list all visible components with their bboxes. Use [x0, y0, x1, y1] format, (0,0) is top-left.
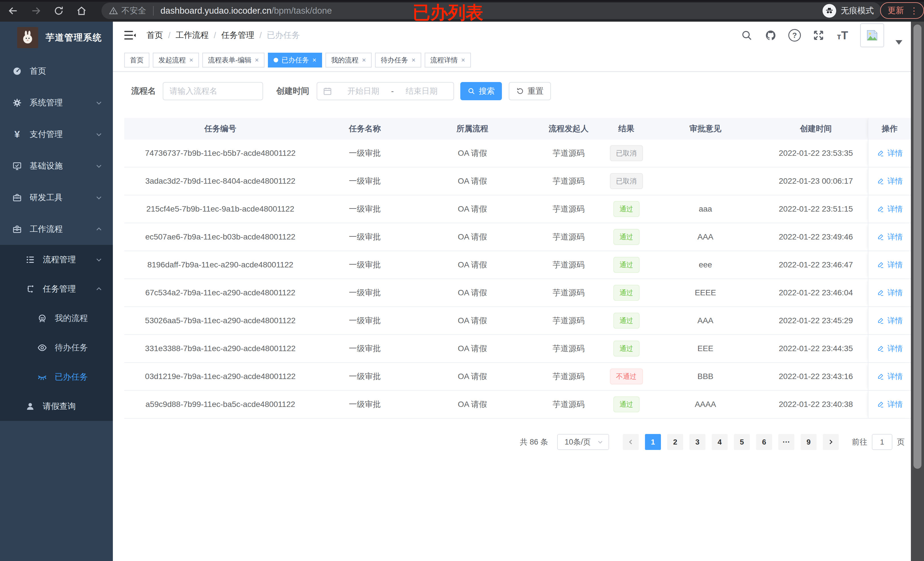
goto-page-input[interactable]	[872, 434, 892, 450]
page-button-6[interactable]: 6	[756, 434, 772, 450]
tab-发起流程[interactable]: 发起流程×	[153, 53, 199, 67]
breadcrumb-item[interactable]: 任务管理	[221, 30, 254, 41]
table-row: ec507ae6-7b9a-11ec-b03b-acde48001122一级审批…	[124, 223, 911, 251]
close-icon[interactable]: ×	[312, 57, 316, 63]
browser-update-button[interactable]: 更新 ⋮	[880, 2, 924, 19]
sidebar-item-系统管理[interactable]: 系统管理	[0, 87, 113, 118]
starter-cell: 芋道源码	[531, 371, 606, 382]
column-header-创建时间: 创建时间	[764, 123, 868, 134]
browser-scrollbar[interactable]	[911, 22, 924, 561]
sidebar-item-任务管理[interactable]: 任务管理	[0, 274, 113, 304]
tab-首页[interactable]: 首页	[124, 53, 149, 67]
detail-link[interactable]: 详情	[877, 343, 903, 354]
column-header-操作: 操作	[868, 118, 911, 139]
security-indicator[interactable]: 不安全	[109, 5, 146, 16]
end-date-placeholder: 结束日期	[396, 86, 448, 97]
detail-link[interactable]: 详情	[877, 287, 903, 298]
next-page-button[interactable]	[823, 434, 839, 450]
tab-流程表单-编辑[interactable]: 流程表单-编辑×	[202, 53, 264, 67]
scrollbar-thumb[interactable]	[914, 24, 921, 469]
fullscreen-button[interactable]	[812, 29, 825, 42]
result-badge: 通过	[614, 313, 639, 329]
avatar[interactable]	[860, 23, 884, 47]
page-button-2[interactable]: 2	[667, 434, 683, 450]
sidebar-item-首页[interactable]: 首页	[0, 55, 113, 87]
table-row: 331e3388-7b9a-11ec-a290-acde48001122一级审批…	[124, 335, 911, 363]
prev-page-button[interactable]	[623, 434, 639, 450]
result-badge: 通过	[614, 257, 639, 273]
process-name-label: 流程名	[131, 85, 156, 97]
process-cell: OA 请假	[413, 176, 531, 187]
table-row: 3adac3d2-7b9d-11ec-8404-acde48001122一级审批…	[124, 168, 911, 195]
detail-link[interactable]: 详情	[877, 176, 903, 186]
close-icon[interactable]: ×	[255, 57, 259, 63]
page-button-1[interactable]: 1	[645, 434, 661, 450]
tab-流程详情[interactable]: 流程详情×	[424, 53, 471, 67]
detail-link[interactable]: 详情	[877, 204, 903, 214]
process-name-input[interactable]	[163, 82, 263, 100]
sidebar-item-label: 首页	[30, 66, 46, 77]
column-header-任务编号: 任务编号	[124, 123, 316, 134]
close-icon[interactable]: ×	[411, 57, 416, 63]
close-icon[interactable]: ×	[461, 57, 465, 63]
search-button[interactable]: 搜索	[460, 82, 502, 100]
browser-forward-button[interactable]	[29, 4, 43, 18]
address-bar[interactable]: 不安全 dashboard.yudao.iocoder.cn/bpm/task/…	[102, 3, 874, 19]
page-button-3[interactable]: 3	[689, 434, 705, 450]
breadcrumb-item[interactable]: 首页	[147, 30, 163, 41]
pager-ellipsis[interactable]: ···	[778, 434, 794, 450]
close-icon[interactable]: ×	[189, 57, 193, 63]
detail-link[interactable]: 详情	[877, 232, 903, 242]
detail-link-label: 详情	[888, 148, 903, 159]
sidebar-item-研发工具[interactable]: 研发工具	[0, 182, 113, 213]
tab-我的流程[interactable]: 我的流程×	[326, 53, 372, 67]
workflow-icon	[11, 224, 23, 235]
sidebar-item-流程管理[interactable]: 流程管理	[0, 245, 113, 274]
process-cell: OA 请假	[413, 399, 531, 410]
detail-link[interactable]: 详情	[877, 148, 903, 159]
sidebar-collapse-button[interactable]	[124, 30, 136, 41]
created-time-cell: 2022-01-22 23:45:29	[764, 316, 868, 325]
detail-link[interactable]: 详情	[877, 399, 903, 410]
sidebar-item-已办任务[interactable]: 已办任务	[0, 362, 113, 392]
breadcrumb-separator: /	[168, 31, 170, 40]
help-button[interactable]: ?	[788, 29, 801, 42]
header-search-button[interactable]	[741, 29, 753, 42]
sidebar-item-请假查询[interactable]: 请假查询	[0, 392, 113, 421]
tab-待办任务[interactable]: 待办任务×	[375, 53, 421, 67]
reset-button[interactable]: 重置	[509, 82, 551, 100]
browser-home-button[interactable]	[75, 4, 88, 18]
sidebar-item-支付管理[interactable]: ¥支付管理	[0, 118, 113, 150]
kebab-menu-icon[interactable]: ⋮	[910, 6, 918, 16]
sidebar-item-基础设施[interactable]: 基础设施	[0, 150, 113, 182]
font-size-button[interactable]: тT	[836, 29, 849, 42]
sidebar-item-工作流程[interactable]: 工作流程	[0, 213, 113, 245]
sidebar-item-label: 支付管理	[30, 129, 63, 140]
tab-已办任务[interactable]: 已办任务×	[268, 53, 322, 67]
page-size-select[interactable]: 10条/页	[557, 434, 609, 450]
sidebar-item-我的流程[interactable]: 我的流程	[0, 304, 113, 333]
starter-cell: 芋道源码	[531, 343, 606, 354]
page-button-9[interactable]: 9	[801, 434, 816, 450]
close-icon[interactable]: ×	[362, 57, 366, 63]
column-header-任务名称: 任务名称	[316, 123, 413, 134]
process-cell: OA 请假	[413, 343, 531, 354]
divider	[153, 6, 154, 16]
detail-link[interactable]: 详情	[877, 371, 903, 381]
action-cell: 详情	[868, 251, 911, 278]
browser-back-button[interactable]	[6, 4, 20, 18]
sidebar-logo-row[interactable]: 芋道管理系统	[0, 22, 113, 54]
chevron-up-icon	[94, 225, 103, 233]
github-button[interactable]	[764, 29, 777, 42]
browser-reload-button[interactable]	[52, 4, 66, 18]
result-badge: 不通过	[610, 368, 643, 384]
date-range-picker[interactable]: 开始日期 - 结束日期	[316, 82, 454, 100]
page-button-4[interactable]: 4	[712, 434, 728, 450]
detail-link[interactable]: 详情	[877, 260, 903, 270]
page-button-5[interactable]: 5	[734, 434, 750, 450]
chevron-down-icon[interactable]	[896, 40, 902, 45]
breadcrumb-item[interactable]: 工作流程	[176, 30, 208, 41]
sidebar-item-待办任务[interactable]: 待办任务	[0, 333, 113, 362]
detail-link[interactable]: 详情	[877, 316, 903, 326]
created-time-cell: 2022-01-22 23:44:35	[764, 344, 868, 353]
